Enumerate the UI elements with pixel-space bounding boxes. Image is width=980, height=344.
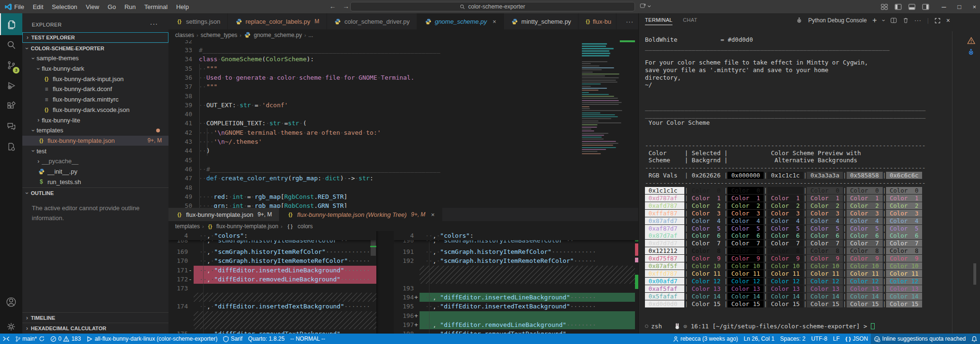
window-maximize-icon[interactable]: □ bbox=[958, 3, 961, 10]
status-encoding[interactable]: UTF-8 bbox=[808, 334, 830, 344]
diff-breadcrumb[interactable]: templates›{}flux-bunny-template.json›{ }… bbox=[168, 221, 638, 231]
breadcrumb-item[interactable]: colors bbox=[298, 223, 313, 230]
tab-replace-color-labels-py[interactable]: replace_color_labels.pyM bbox=[228, 13, 327, 29]
toggle-panel-layout-icon[interactable] bbox=[881, 4, 888, 10]
split-terminal-icon[interactable] bbox=[890, 17, 897, 24]
maximize-panel-icon[interactable] bbox=[934, 18, 941, 24]
terminal-output[interactable]: BoldWhite = #d0d0d0_____________________… bbox=[639, 31, 952, 334]
section-timeline[interactable]: ›TIMELINE bbox=[22, 312, 168, 323]
layout-dropdown-icon[interactable] bbox=[640, 3, 651, 9]
menu-edit[interactable]: Edit bbox=[33, 3, 43, 10]
menu-terminal[interactable]: Terminal bbox=[144, 3, 168, 10]
status-vim-mode[interactable]: -- NORMAL -- bbox=[288, 334, 328, 344]
status-branch[interactable]: main* bbox=[12, 334, 47, 344]
tab-chat[interactable]: CHAT bbox=[683, 17, 697, 23]
custom-tool-icon[interactable] bbox=[0, 136, 22, 158]
menu-file[interactable]: File bbox=[14, 3, 24, 10]
tab-flux-bu[interactable]: {}flux-bu bbox=[579, 13, 616, 29]
extensions-icon[interactable] bbox=[0, 95, 22, 117]
toggle-sidebar-icon[interactable] bbox=[895, 4, 902, 10]
window-minimize-icon[interactable]: ─ bbox=[942, 3, 946, 10]
terminal-scrollbar[interactable] bbox=[973, 263, 976, 285]
tab-gnome-scheme-py[interactable]: gnome_scheme.py× bbox=[417, 13, 504, 29]
tree-item-test[interactable]: ›test bbox=[22, 146, 168, 156]
breadcrumb-item[interactable]: templates bbox=[175, 223, 200, 230]
nav-back-icon[interactable]: ← bbox=[329, 2, 336, 10]
status-cursor-position[interactable]: Ln 26, Col 1 bbox=[741, 334, 777, 344]
tree-item-flux-bunny-template.json[interactable]: {}flux-bunny-template.json9+, M bbox=[22, 136, 168, 146]
run-debug-icon[interactable] bbox=[0, 74, 22, 96]
close-tab-icon[interactable]: × bbox=[431, 211, 435, 218]
breadcrumb-item[interactable]: ... bbox=[308, 32, 313, 38]
command-center-search[interactable]: color-scheme-exporter bbox=[350, 2, 635, 11]
tree-item-sample-themes[interactable]: ›sample-themes bbox=[22, 53, 168, 64]
tab-mintty-scheme-py[interactable]: mintty_scheme.py bbox=[504, 13, 579, 29]
minimap[interactable] bbox=[580, 40, 631, 208]
terminal-more-actions-icon[interactable]: ··· bbox=[915, 17, 922, 24]
tree-item-__pycache__[interactable]: ›__pycache__ bbox=[22, 156, 168, 167]
tree-item-flux-bunny-dark.dconf[interactable]: ≡flux-bunny-dark.dconf bbox=[22, 84, 168, 94]
source-control-icon[interactable]: 3 bbox=[0, 54, 22, 76]
diff-modified-pane[interactable]: 190··,·"scmGraph.historyItemBaseRefColor… bbox=[394, 231, 638, 334]
breadcrumb-item[interactable]: flux-bunny-template.json bbox=[216, 223, 279, 230]
diff-left-scrollbar[interactable] bbox=[370, 231, 376, 334]
explorer-more-actions-icon[interactable]: ··· bbox=[150, 20, 158, 28]
chat-icon[interactable] bbox=[0, 115, 22, 137]
diff-original-pane[interactable]: 168··,·"scmGraph.historyItemBaseRefColor… bbox=[168, 231, 376, 334]
tree-item-flux-bunny-lite[interactable]: ›flux-bunny-lite bbox=[22, 115, 168, 125]
tree-item-flux-bunny-dark.minttyrc[interactable]: ≡flux-bunny-dark.minttyrc bbox=[22, 94, 168, 105]
new-terminal-icon[interactable]: + bbox=[872, 16, 877, 25]
toggle-secondary-sidebar-icon[interactable] bbox=[922, 4, 929, 10]
code-editor[interactable]: 3233#___________________________________… bbox=[168, 40, 638, 208]
breadcrumb[interactable]: classes›scheme_types›gnome_scheme.py›... bbox=[168, 29, 638, 40]
status-copilot-quota[interactable]: Inline suggestions quota reached bbox=[871, 334, 969, 344]
search-icon[interactable] bbox=[0, 34, 22, 56]
tree-item-run_tests.sh[interactable]: $run_tests.sh bbox=[22, 177, 168, 187]
tab-terminal[interactable]: TERMINAL bbox=[645, 17, 672, 25]
section-outline[interactable]: ›OUTLINE bbox=[22, 187, 168, 198]
status-git-blame[interactable]: rebecca (3 weeks ago) bbox=[670, 334, 741, 344]
status-problems[interactable]: 0183 bbox=[47, 334, 84, 344]
diff-editor[interactable]: 168··,·"scmGraph.historyItemBaseRefColor… bbox=[168, 231, 638, 334]
close-panel-icon[interactable]: × bbox=[946, 17, 950, 24]
menu-help[interactable]: Help bbox=[176, 3, 189, 10]
account-icon[interactable] bbox=[0, 291, 22, 313]
status-indentation[interactable]: Spaces: 2 bbox=[777, 334, 808, 344]
section-test-explorer[interactable]: ›TEST EXPLORER bbox=[22, 32, 168, 43]
toggle-panel-icon[interactable] bbox=[908, 4, 915, 10]
status-remote[interactable] bbox=[0, 334, 12, 344]
tab-settings-json[interactable]: {}settings.json bbox=[168, 13, 228, 29]
tab-overflow-icon[interactable]: ··· bbox=[621, 13, 638, 29]
close-tab-icon[interactable]: × bbox=[493, 18, 496, 25]
status-sarif[interactable]: Sarif bbox=[220, 334, 245, 344]
terminal-debug-icon[interactable] bbox=[967, 48, 975, 56]
status-notifications[interactable] bbox=[969, 334, 980, 344]
status-debug-config[interactable]: all-flux-bunny-dark-linux (color-scheme-… bbox=[84, 334, 220, 344]
tab-flux-bunny-template-json-working-tree-[interactable]: {}flux-bunny-template.json (Working Tree… bbox=[280, 208, 442, 221]
tree-item-flux-bunny-dark.vscode.json[interactable]: {}flux-bunny-dark.vscode.json bbox=[22, 105, 168, 115]
kill-terminal-icon[interactable] bbox=[903, 17, 909, 24]
menu-view[interactable]: View bbox=[86, 3, 99, 10]
breadcrumb-item[interactable]: gnome_scheme.py bbox=[254, 32, 302, 38]
section-hex-calculator[interactable]: ›HEXADECIMAL CALCULATOR bbox=[22, 323, 168, 333]
tab-flux-bunny-template-json[interactable]: {}flux-bunny-template.json9+, M bbox=[168, 208, 280, 221]
menu-run[interactable]: Run bbox=[124, 3, 136, 10]
tree-item-templates[interactable]: ›templates bbox=[22, 125, 168, 136]
status-quarto[interactable]: Quarto: 1.8.25 bbox=[245, 334, 288, 344]
breadcrumb-item[interactable]: scheme_types bbox=[201, 32, 237, 38]
terminal-dropdown-icon[interactable]: › bbox=[880, 19, 887, 21]
menu-go[interactable]: Go bbox=[108, 3, 116, 10]
terminal-warning-icon[interactable] bbox=[967, 37, 975, 44]
status-eol[interactable]: LF bbox=[830, 334, 842, 344]
tree-item-flux-bunny-dark[interactable]: ›flux-bunny-dark bbox=[22, 64, 168, 74]
tree-item-__init__.py[interactable]: __init__.py bbox=[22, 167, 168, 177]
nav-forward-icon[interactable]: → bbox=[343, 2, 349, 10]
breadcrumb-item[interactable]: classes bbox=[175, 32, 194, 38]
status-language-mode[interactable]: { }JSON bbox=[842, 334, 871, 344]
window-close-icon[interactable]: × bbox=[972, 3, 976, 10]
explorer-icon[interactable] bbox=[0, 13, 22, 35]
tab-color-scheme-driver-py[interactable]: color_scheme_driver.py bbox=[327, 13, 417, 29]
tree-item-flux-bunny-dark-input.json[interactable]: {}flux-bunny-dark-input.json bbox=[22, 74, 168, 84]
section-project[interactable]: ›COLOR-SCHEME-EXPORTER bbox=[22, 43, 168, 53]
menu-selection[interactable]: Selection bbox=[52, 3, 77, 10]
